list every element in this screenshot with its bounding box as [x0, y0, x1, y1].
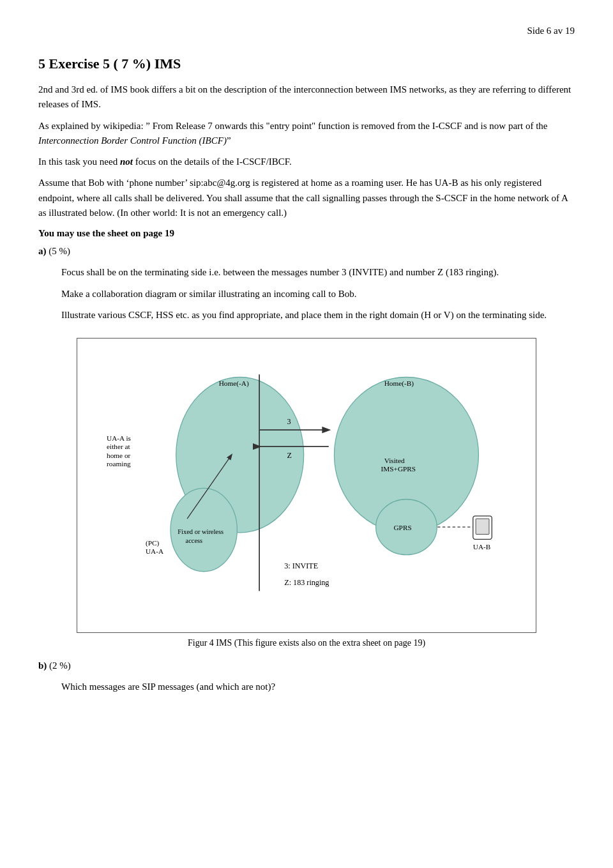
svg-text:UA-A is: UA-A is [107, 434, 131, 442]
section-number: 5 [38, 56, 45, 72]
paragraph-1: 2nd and 3rd ed. of IMS book differs a bi… [38, 82, 575, 112]
part-b-header: b) (2 %) [38, 659, 575, 673]
part-a-percent: (5 %) [49, 246, 70, 256]
part-a-label: a) [38, 246, 47, 256]
page-number: Side 6 av 19 [38, 26, 575, 36]
part-a-header: a) (5 %) [38, 244, 575, 259]
svg-text:IMS+GPRS: IMS+GPRS [381, 465, 416, 473]
svg-text:Home(-A): Home(-A) [219, 379, 249, 388]
svg-text:UA-B: UA-B [473, 543, 491, 551]
para3-end: focus on the details of the I-CSCF/IBCF. [133, 156, 292, 167]
svg-text:3: 3 [287, 417, 291, 426]
svg-rect-10 [476, 519, 489, 534]
para3-start: In this task you need [38, 156, 120, 167]
svg-text:GPRS: GPRS [393, 524, 411, 531]
svg-text:Z: Z [287, 451, 292, 460]
svg-text:Visited: Visited [384, 457, 405, 464]
svg-text:home or: home or [107, 452, 131, 459]
part-a: a) (5 %) Focus shall be on the terminati… [38, 244, 575, 323]
part-a-text2: Make a collaboration diagram or similar … [61, 287, 575, 301]
svg-text:UA-A: UA-A [146, 547, 164, 555]
bold-line: You may use the sheet on page 19 [38, 228, 575, 239]
svg-text:(PC): (PC) [146, 539, 160, 547]
section-heading: Exercise 5 ( 7 %) IMS [49, 56, 181, 72]
svg-text:access: access [186, 537, 203, 544]
diagram-inner: UA-A is either at home or roaming Home(-… [90, 351, 523, 620]
svg-text:Fixed or wireless: Fixed or wireless [178, 528, 223, 535]
part-b-label: b) [38, 660, 47, 671]
para2-start: As explained by wikipedia: ” From Releas… [38, 121, 548, 131]
paragraph-2: As explained by wikipedia: ” From Releas… [38, 119, 575, 149]
diagram-caption: Figur 4 IMS (This figure exists also on … [77, 638, 536, 648]
part-b: b) (2 %) Which messages are SIP messages… [38, 659, 575, 695]
part-a-text1: Focus shall be on the terminating side i… [61, 265, 575, 280]
part-b-percent: (2 %) [49, 660, 71, 671]
para2-end: ” [227, 135, 231, 146]
para3-italic: not [120, 156, 133, 167]
part-b-text: Which messages are SIP messages (and whi… [61, 680, 575, 694]
part-a-text3: Illustrate various CSCF, HSS etc. as you… [61, 308, 575, 323]
diagram-svg: UA-A is either at home or roaming Home(-… [90, 351, 523, 620]
svg-text:Z: 183 ringing: Z: 183 ringing [284, 578, 329, 587]
paragraph-4: Assume that Bob with ‘phone number’ sip:… [38, 176, 575, 220]
svg-text:roaming: roaming [107, 460, 131, 468]
svg-text:Home(-B): Home(-B) [384, 379, 414, 388]
diagram-container: UA-A is either at home or roaming Home(-… [77, 338, 536, 633]
para2-italic: Interconnection Border Control Function … [38, 135, 227, 146]
section-title: 5 Exercise 5 ( 7 %) IMS [38, 56, 575, 72]
svg-text:either at: either at [107, 443, 131, 451]
svg-text:3: INVITE: 3: INVITE [284, 561, 318, 570]
paragraph-3: In this task you need not focus on the d… [38, 155, 575, 169]
